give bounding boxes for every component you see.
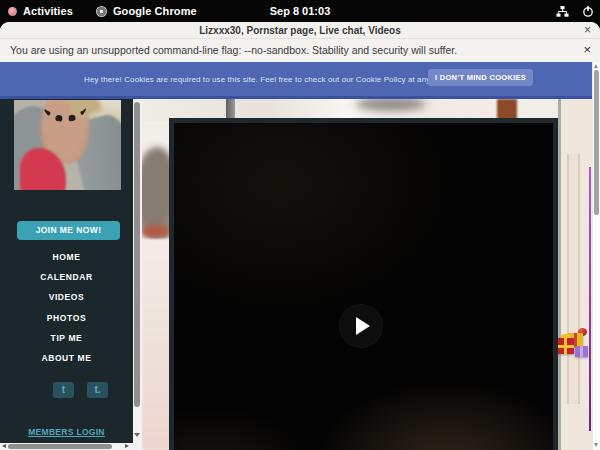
sidebar-horizontal-scrollbar-thumb[interactable] <box>8 444 112 449</box>
cookie-message: Hey there! Cookies are required to use t… <box>84 75 450 84</box>
sidebar-horizontal-scrollbar[interactable] <box>0 443 142 450</box>
sidebar-item-home[interactable]: HOME <box>0 247 133 267</box>
sidebar-menu: HOME CALENDAR VIDEOS PHOTOS TIP ME ABOUT… <box>0 247 133 368</box>
red-gift-icon <box>558 338 574 354</box>
scroll-left-arrow-icon[interactable] <box>2 444 6 448</box>
play-icon <box>356 317 370 335</box>
join-me-now-button[interactable]: JOIN ME NOW! <box>17 221 120 240</box>
clock[interactable]: Sep 8 01:03 <box>0 0 600 22</box>
sidebar-item-about-me[interactable]: ABOUT ME <box>0 348 133 368</box>
page-scrollbar[interactable] <box>592 62 600 450</box>
sandbox-warning-text: You are using an unsupported command-lin… <box>10 39 457 62</box>
sidebar-item-videos[interactable]: VIDEOS <box>0 287 133 307</box>
purple-gift-icon <box>575 346 588 357</box>
sidebar-item-photos[interactable]: PHOTOS <box>0 308 133 328</box>
sidebar-vertical-scrollbar-thumb[interactable] <box>134 102 140 407</box>
page-scrollbar-thumb[interactable] <box>594 70 599 215</box>
sidebar-item-calendar[interactable]: CALENDAR <box>0 267 133 287</box>
scroll-up-arrow-icon[interactable] <box>594 64 598 68</box>
sidebar: JOIN ME NOW! HOME CALENDAR VIDEOS PHOTOS… <box>0 99 133 443</box>
page-title: Lizxxx30, Pornstar page, Live chat, Vide… <box>0 22 600 39</box>
profile-photo <box>14 100 121 190</box>
page-content: JOIN ME NOW! HOME CALENDAR VIDEOS PHOTOS… <box>0 99 592 450</box>
video-player[interactable] <box>169 118 558 450</box>
members-login-link[interactable]: MEMBERS LOGIN <box>0 427 133 437</box>
twitter-icon[interactable]: t <box>53 382 74 398</box>
sandbox-warning-bar: You are using an unsupported command-lin… <box>0 39 600 62</box>
cookie-accept-button[interactable]: I DON'T MIND COOKIES <box>428 69 533 86</box>
gnome-top-bar: Activities Google Chrome Sep 8 01:03 <box>0 0 600 22</box>
browser-window: Lizxxx30, Pornstar page, Live chat, Vide… <box>0 22 600 450</box>
window-close-icon[interactable]: × <box>584 22 591 39</box>
screen: Activities Google Chrome Sep 8 01:03 Liz… <box>0 0 600 450</box>
power-icon[interactable] <box>582 5 594 18</box>
purple-accent-line <box>589 167 591 431</box>
main-area <box>142 99 592 450</box>
tumblr-icon[interactable]: t. <box>87 382 108 398</box>
sidebar-vertical-scrollbar[interactable] <box>133 99 142 443</box>
scroll-down-arrow-icon[interactable] <box>594 443 598 447</box>
scroll-down-arrow-icon[interactable] <box>134 433 140 437</box>
warning-close-icon[interactable]: × <box>583 39 591 62</box>
page-viewport: Hey there! Cookies are required to use t… <box>0 62 600 450</box>
scroll-right-arrow-icon[interactable] <box>125 444 129 448</box>
sidebar-item-tip-me[interactable]: TIP ME <box>0 328 133 348</box>
gift-boxes-graphic <box>556 327 592 365</box>
play-button[interactable] <box>340 305 382 347</box>
window-title-bar[interactable]: Lizxxx30, Pornstar page, Live chat, Vide… <box>0 22 600 39</box>
network-icon[interactable] <box>556 5 569 18</box>
cookie-consent-bar: Hey there! Cookies are required to use t… <box>0 62 592 99</box>
